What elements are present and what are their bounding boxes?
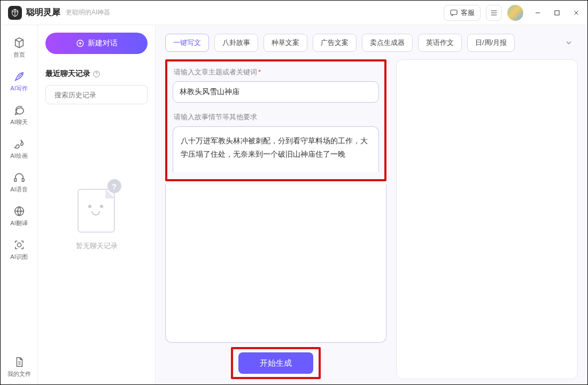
feather-icon <box>13 71 25 82</box>
topic-field-label: 请输入文章主题或者关键词* <box>174 67 379 77</box>
sidebar-item-voice[interactable]: AI语音 <box>1 166 37 200</box>
chip-ads[interactable]: 广告文案 <box>313 34 357 52</box>
template-chip-row: 一键写文 八卦故事 种草文案 广告文案 卖点生成器 英语作文 日/周/月报 <box>165 34 578 52</box>
chip-grass[interactable]: 种草文案 <box>264 34 307 52</box>
empty-text: 暂无聊天记录 <box>76 241 118 251</box>
sidebar-item-label: AI绘画 <box>10 152 27 160</box>
chip-english[interactable]: 英语作文 <box>418 34 462 52</box>
sidebar-item-draw[interactable]: AI绘画 <box>1 133 37 166</box>
window-maximize-button[interactable] <box>552 8 562 18</box>
help-badge: ? <box>107 179 121 193</box>
translate-icon <box>13 205 25 217</box>
chip-label: 广告文案 <box>321 38 349 48</box>
chip-label: 卖点生成器 <box>370 38 405 48</box>
output-panel <box>396 59 578 379</box>
menu-button[interactable] <box>486 5 502 21</box>
detail-textarea-top[interactable] <box>173 126 379 172</box>
brush-icon <box>13 138 25 150</box>
chip-label: 英语作文 <box>426 38 454 48</box>
titlebar: 聪明灵犀 更聪明的AI神器 客服 <box>1 1 587 25</box>
sidebar-item-label: AI聊天 <box>10 118 27 126</box>
expand-chips-button[interactable] <box>560 34 578 52</box>
new-chat-button[interactable]: 新建对话 <box>45 33 148 54</box>
help-icon[interactable] <box>92 70 100 78</box>
app-name: 聪明灵犀 <box>26 7 60 18</box>
sidebar-item-label: AI语音 <box>10 186 27 194</box>
headphones-icon <box>13 172 25 183</box>
avatar[interactable] <box>507 5 523 21</box>
chip-label: 种草文案 <box>272 38 299 48</box>
sidebar-item-image[interactable]: AI识图 <box>1 234 37 267</box>
sidebar-item-label: AI写作 <box>10 84 27 93</box>
chip-label: 八卦故事 <box>222 38 250 48</box>
sidebar-item-label: AI识图 <box>10 253 27 261</box>
sidebar-item-label: AI翻译 <box>10 219 27 227</box>
new-chat-label: 新建对话 <box>88 38 118 48</box>
window-close-button[interactable] <box>571 8 581 18</box>
window-controls <box>533 8 581 18</box>
customer-service-label: 客服 <box>461 8 475 18</box>
sidebar-item-home[interactable]: 首页 <box>1 32 37 65</box>
chip-report[interactable]: 日/周/月报 <box>467 34 515 52</box>
chevron-down-icon <box>564 38 573 47</box>
menu-icon <box>490 9 498 17</box>
chip-label: 日/周/月报 <box>475 38 507 48</box>
sidebar-item-label: 我的文件 <box>7 370 31 378</box>
sidebar-item-files[interactable]: 我的文件 <box>1 351 37 384</box>
input-highlight-annotation: 请输入文章主题或者关键词* 请输入故事情节等其他要求 <box>165 59 386 181</box>
conversation-panel: 新建对话 最近聊天记录 ? 暂无聊天记录 <box>38 25 156 384</box>
detail-field-label: 请输入故事情节等其他要求 <box>174 112 379 122</box>
window-minimize-button[interactable] <box>533 8 543 18</box>
minimize-icon <box>534 9 541 17</box>
sidebar-item-chat[interactable]: AI聊天 <box>1 99 37 133</box>
recent-header: 最近聊天记录 <box>45 69 148 79</box>
chat-icon <box>13 104 25 116</box>
plus-circle-icon <box>76 39 84 48</box>
topic-input[interactable] <box>173 81 379 103</box>
app-tagline: 更聪明的AI神器 <box>66 8 110 17</box>
sidebar-item-writing[interactable]: AI写作 <box>1 65 37 99</box>
empty-illustration-icon: ? <box>73 179 120 233</box>
sidebar-item-translate[interactable]: AI翻译 <box>1 200 37 234</box>
sidebar: 首页 AI写作 AI聊天 AI绘画 AI语音 AI翻译 <box>1 25 38 384</box>
empty-state: ? 暂无聊天记录 <box>45 179 148 251</box>
customer-service-button[interactable]: 客服 <box>444 5 481 21</box>
maximize-icon <box>553 9 561 17</box>
sidebar-item-label: 首页 <box>13 51 25 59</box>
chip-label: 一键写文 <box>173 38 201 48</box>
chip-sellpoint[interactable]: 卖点生成器 <box>362 34 413 52</box>
recent-header-label: 最近聊天记录 <box>45 69 90 79</box>
detail-textarea[interactable] <box>165 184 386 343</box>
search-input[interactable] <box>55 91 144 99</box>
scan-icon <box>13 239 25 251</box>
generate-label: 开始生成 <box>260 358 292 367</box>
main-panel: 一键写文 八卦故事 种草文案 广告文案 卖点生成器 英语作文 日/周/月报 <box>156 25 587 384</box>
generate-button[interactable]: 开始生成 <box>238 352 313 374</box>
generate-highlight-annotation: 开始生成 <box>231 347 321 379</box>
chip-onekey[interactable]: 一键写文 <box>165 34 209 52</box>
search-box[interactable] <box>45 85 148 104</box>
form-pane: 请输入文章主题或者关键词* 请输入故事情节等其他要求 开始生成 <box>165 59 386 379</box>
cube-icon <box>13 37 25 49</box>
svg-rect-1 <box>555 10 559 14</box>
app-logo-icon <box>8 6 22 20</box>
file-icon <box>13 356 25 368</box>
close-icon <box>572 9 580 17</box>
chip-gossip[interactable]: 八卦故事 <box>214 34 258 52</box>
